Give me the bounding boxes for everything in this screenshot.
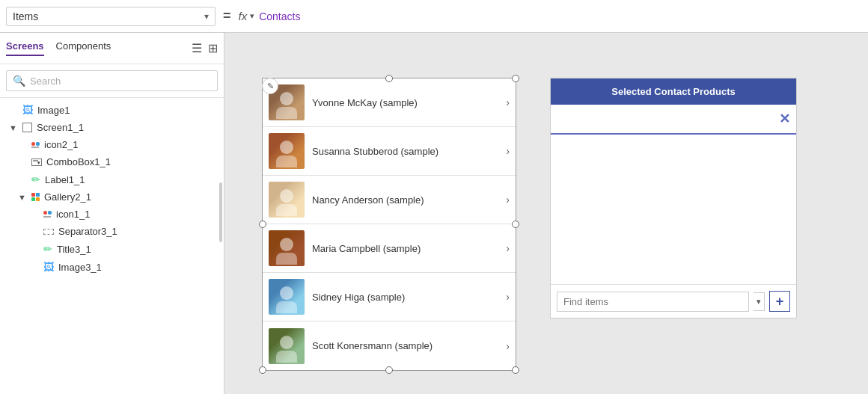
tree-label-screen1-1: Screen1_1 (37, 122, 218, 133)
tree-item-icon1-1[interactable]: icon1_1 (0, 206, 224, 223)
avatar-head-4 (280, 286, 293, 300)
avatar-body-0 (276, 107, 297, 119)
contact-panel-footer: ▾ + (551, 284, 796, 318)
contact-name-0: Yvonne McKay (sample) (312, 97, 498, 108)
left-panel: Screens Components ☰ ⊞ 🔍 Search 🖼 Image1 (0, 33, 224, 394)
avatar-head-1 (280, 141, 293, 154)
gallery-row-5[interactable]: Scott Konersmann (sample) › (263, 321, 516, 370)
tree-label-label1-1: Label1_1 (45, 174, 218, 185)
scrollbar[interactable] (219, 182, 222, 242)
contact-panel-body (551, 135, 796, 284)
tree-label-icon1-1: icon1_1 (56, 209, 218, 220)
handle-mid-left[interactable] (259, 221, 266, 228)
tab-screens[interactable]: Screens (6, 40, 44, 56)
tree-label-image1: Image1 (37, 105, 218, 116)
tree-label-image3-1: Image3_1 (58, 262, 218, 273)
avatar-4 (269, 279, 305, 315)
avatar-person-3 (269, 230, 305, 266)
contact-name-4: Sidney Higa (sample) (312, 292, 498, 303)
handle-bottom-right[interactable] (512, 366, 519, 374)
toolbar: Items ▾ = fx ▾ Contacts (0, 0, 868, 33)
contact-name-1: Susanna Stubberod (sample) (312, 146, 498, 157)
gallery-widget[interactable]: Yvonne McKay (sample) › Susanna Stubbero… (262, 78, 516, 371)
avatar-body-4 (276, 301, 297, 313)
handle-bottom-left[interactable] (259, 366, 266, 374)
tab-components[interactable]: Components (56, 40, 111, 56)
gallery-row-2[interactable]: Nancy Anderson (sample) › (263, 176, 516, 224)
image3-icon: 🖼 (43, 261, 54, 273)
tree-label-separator3-1: Separator3_1 (58, 226, 218, 237)
tree-item-image3-1[interactable]: 🖼 Image3_1 (0, 258, 224, 276)
gallery-row-0[interactable]: Yvonne McKay (sample) › (263, 79, 516, 127)
row-chevron-4: › (506, 291, 510, 303)
items-chevron-icon: ▾ (204, 11, 209, 22)
avatar-head-2 (280, 189, 293, 203)
title-icon: ✏ (43, 243, 52, 255)
contact-panel-header: Selected Contact Products (551, 79, 796, 105)
handle-mid-right[interactable] (512, 221, 519, 228)
fx-label: fx (239, 10, 248, 22)
avatar-1 (269, 133, 305, 169)
contact-panel-title: Selected Contact Products (611, 86, 735, 97)
close-button[interactable]: ✕ (779, 111, 790, 127)
row-chevron-0: › (506, 96, 510, 108)
search-input[interactable]: 🔍 Search (6, 70, 218, 91)
tree-item-icon2-1[interactable]: icon2_1 (0, 136, 224, 153)
icon2-icon (31, 142, 40, 148)
tree-panel: 🖼 Image1 ▼ Screen1_1 (0, 98, 224, 394)
equals-sign: = (223, 8, 231, 24)
grid-view-icon[interactable]: ⊞ (208, 41, 218, 55)
gallery-row-3[interactable]: Maria Campbell (sample) › (263, 224, 516, 273)
handle-top-center[interactable] (385, 75, 393, 82)
screen-icon (22, 123, 32, 132)
gallery-row-1[interactable]: Susanna Stubberod (sample) › (263, 127, 516, 176)
handle-top-right[interactable] (512, 75, 519, 82)
fx-area: fx ▾ (239, 10, 255, 22)
row-chevron-5: › (506, 340, 510, 352)
tree-item-screen1-1[interactable]: ▼ Screen1_1 (0, 119, 224, 136)
canvas-area: ✎ Yvonne McKay (sample) › (224, 33, 868, 394)
avatar-body-1 (276, 156, 297, 167)
row-chevron-3: › (506, 242, 510, 254)
contact-name-2: Nancy Anderson (sample) (312, 194, 498, 206)
avatar-5 (269, 328, 305, 364)
avatar-2 (269, 182, 305, 218)
panel-tab-icons: ☰ ⊞ (192, 41, 218, 55)
tree-item-label1-1[interactable]: ✏ Label1_1 (0, 170, 224, 188)
contact-name-3: Maria Campbell (sample) (312, 243, 498, 254)
tree-item-image1[interactable]: 🖼 Image1 (0, 101, 224, 119)
tree-label-gallery2-1: Gallery2_1 (44, 191, 218, 203)
avatar-person-5 (269, 328, 305, 364)
handle-bottom-center[interactable] (385, 366, 393, 374)
avatar-head-5 (280, 336, 293, 349)
icon1-icon (43, 211, 52, 218)
gallery-row-4[interactable]: Sidney Higa (sample) › (263, 273, 516, 321)
tree-label-combobox1-1: ComboBox1_1 (46, 156, 218, 167)
row-chevron-2: › (506, 194, 510, 206)
tree-item-combobox1-1[interactable]: ▾ ComboBox1_1 (0, 153, 224, 170)
avatar-person-4 (269, 279, 305, 315)
find-items-input[interactable] (557, 292, 749, 312)
image-icon: 🖼 (22, 104, 33, 116)
avatar-head-3 (280, 238, 293, 251)
row-chevron-1: › (506, 145, 510, 157)
list-view-icon[interactable]: ☰ (192, 41, 202, 55)
tree-label-title3-1: Title3_1 (57, 244, 218, 255)
avatar-body-2 (276, 204, 297, 216)
tree-item-separator3-1[interactable]: Separator3_1 (0, 223, 224, 240)
edit-icon[interactable]: ✎ (262, 78, 278, 94)
label-icon: ✏ (31, 173, 40, 185)
search-container: 🔍 Search (0, 64, 224, 98)
add-item-button[interactable]: + (769, 291, 790, 312)
items-dropdown[interactable]: Items ▾ (6, 7, 216, 26)
find-items-chevron-icon[interactable]: ▾ (754, 292, 765, 311)
chevron-screen1-icon: ▼ (9, 123, 18, 132)
avatar-person-1 (269, 133, 305, 169)
items-label: Items (13, 10, 204, 22)
tree-item-title3-1[interactable]: ✏ Title3_1 (0, 240, 224, 258)
tree-item-gallery2-1[interactable]: ▼ Gallery2_1 (0, 188, 224, 206)
avatar-body-3 (276, 253, 297, 265)
gallery-icon (31, 193, 40, 201)
search-placeholder: Search (30, 76, 61, 87)
formula-value: Contacts (259, 10, 300, 22)
